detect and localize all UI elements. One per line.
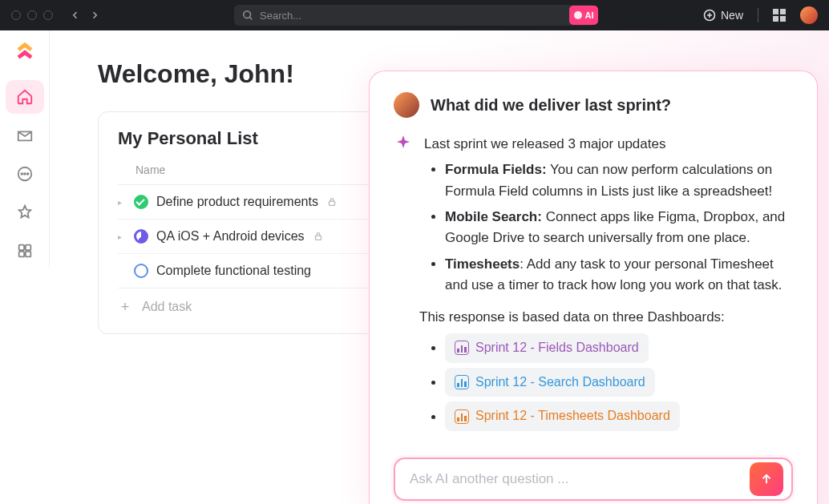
svg-rect-7 bbox=[25, 245, 30, 250]
new-button-label: New bbox=[721, 9, 743, 22]
dashboard-chip[interactable]: Sprint 12 - Fields Dashboard bbox=[445, 333, 649, 363]
dashboard-chip[interactable]: Sprint 12 - Timesheets Dashboard bbox=[445, 401, 680, 431]
dashboard-icon bbox=[455, 341, 469, 355]
ai-chip-button[interactable]: AI bbox=[569, 6, 598, 25]
dashboard-source-item: Sprint 12 - Search Dashboard bbox=[445, 368, 793, 397]
svg-rect-11 bbox=[315, 236, 321, 240]
ai-panel: What did we deliver last sprint? Last sp… bbox=[369, 71, 818, 504]
ai-updates-list: Formula Fields: You can now perform calc… bbox=[445, 159, 793, 296]
ai-question-text: What did we deliver last sprint? bbox=[431, 96, 671, 115]
svg-point-4 bbox=[24, 173, 26, 175]
apps-icon[interactable] bbox=[773, 9, 786, 22]
ai-answer: Last sprint we released 3 major updates … bbox=[394, 134, 793, 436]
svg-rect-9 bbox=[25, 252, 30, 256]
sidebar-more[interactable] bbox=[6, 157, 44, 191]
new-button[interactable]: New bbox=[703, 9, 743, 22]
ai-input-row bbox=[394, 458, 793, 501]
dashboard-chip-label: Sprint 12 - Fields Dashboard bbox=[475, 338, 639, 358]
dashboard-source-item: Sprint 12 - Timesheets Dashboard bbox=[445, 401, 793, 431]
dashboard-icon bbox=[455, 409, 469, 424]
plus-icon: + bbox=[118, 300, 132, 314]
sidebar-home[interactable] bbox=[6, 80, 44, 114]
add-task-label: Add task bbox=[142, 300, 192, 314]
dashboard-chip-label: Sprint 12 - Timesheets Dashboard bbox=[475, 406, 670, 426]
ai-sources-title: This response is based data on three Das… bbox=[419, 307, 793, 328]
task-status-icon[interactable] bbox=[134, 195, 148, 209]
svg-point-5 bbox=[26, 173, 28, 175]
task-title: Define product requirements bbox=[156, 195, 318, 209]
minimize-window-icon[interactable] bbox=[27, 10, 37, 20]
ai-dashboard-list: Sprint 12 - Fields Dashboard Sprint 12 -… bbox=[445, 333, 793, 431]
ai-chip-label: AI bbox=[585, 10, 594, 20]
chevron-right-icon[interactable]: ▸ bbox=[118, 198, 126, 207]
close-window-icon[interactable] bbox=[11, 10, 21, 20]
svg-rect-8 bbox=[18, 252, 23, 256]
arrow-up-icon bbox=[759, 472, 774, 486]
ai-sparkle-icon bbox=[394, 134, 413, 436]
user-avatar[interactable] bbox=[800, 6, 818, 24]
clickup-logo-icon bbox=[13, 39, 37, 63]
ai-intro: Last sprint we released 3 major updates bbox=[424, 134, 793, 155]
sidebar-inbox[interactable] bbox=[6, 119, 44, 152]
search-icon bbox=[242, 10, 253, 21]
chevron-right-icon[interactable]: ▸ bbox=[118, 232, 126, 241]
plus-circle-icon bbox=[703, 9, 716, 22]
window-controls[interactable] bbox=[11, 10, 53, 20]
ai-send-button[interactable] bbox=[750, 462, 783, 496]
dashboard-icon bbox=[455, 375, 469, 389]
svg-point-0 bbox=[244, 11, 251, 18]
task-title: Complete functional testing bbox=[156, 264, 311, 278]
ai-update-item: Mobile Search: Connect apps like Figma, … bbox=[445, 207, 793, 249]
user-avatar-small bbox=[394, 92, 419, 118]
task-title: QA iOS + Android devices bbox=[156, 229, 305, 244]
lock-icon bbox=[326, 196, 338, 208]
divider bbox=[758, 8, 758, 22]
ai-update-item: Formula Fields: You can now perform calc… bbox=[445, 159, 793, 202]
task-status-icon[interactable] bbox=[134, 229, 148, 244]
sidebar-spaces[interactable] bbox=[6, 234, 44, 268]
titlebar: Search... AI New bbox=[0, 0, 829, 30]
ai-update-item: Timesheets: Add any task to your persona… bbox=[445, 254, 793, 296]
lock-icon bbox=[313, 231, 324, 242]
dashboard-source-item: Sprint 12 - Fields Dashboard bbox=[445, 333, 793, 363]
sidebar-nav bbox=[0, 72, 50, 268]
svg-point-3 bbox=[21, 173, 22, 175]
back-button[interactable] bbox=[69, 9, 82, 22]
search-placeholder: Search... bbox=[260, 10, 301, 22]
main-content: Welcome, John! My Personal List Name ▸ D… bbox=[50, 30, 829, 504]
forward-button[interactable] bbox=[88, 9, 101, 22]
maximize-window-icon[interactable] bbox=[43, 10, 53, 20]
dashboard-chip[interactable]: Sprint 12 - Search Dashboard bbox=[445, 368, 655, 397]
svg-rect-10 bbox=[329, 201, 334, 205]
ai-input[interactable] bbox=[410, 471, 750, 487]
svg-rect-6 bbox=[18, 245, 23, 250]
dashboard-chip-label: Sprint 12 - Search Dashboard bbox=[475, 373, 645, 393]
ai-question-row: What did we deliver last sprint? bbox=[394, 92, 793, 118]
sidebar-favorites[interactable] bbox=[6, 196, 44, 229]
global-search[interactable]: Search... bbox=[234, 5, 595, 26]
app-logo[interactable] bbox=[0, 30, 50, 72]
history-nav bbox=[69, 9, 101, 22]
task-status-icon[interactable] bbox=[134, 264, 148, 278]
